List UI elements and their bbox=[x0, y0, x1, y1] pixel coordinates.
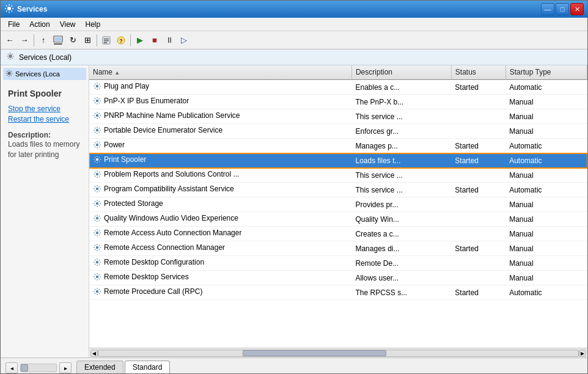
cell-description: This service ... bbox=[351, 183, 451, 197]
cell-name: Problem Reports and Solutions Control ..… bbox=[89, 168, 351, 183]
svg-point-15 bbox=[96, 129, 98, 131]
menu-help[interactable]: Help bbox=[81, 19, 106, 30]
cell-startup: Automatic bbox=[505, 285, 587, 300]
tab-extended[interactable]: Extended bbox=[76, 361, 123, 373]
cell-description: The PnP-X b... bbox=[351, 95, 451, 109]
window-icon bbox=[4, 4, 14, 15]
service-table[interactable]: Name ▲ Description Status Startup Type bbox=[89, 65, 587, 348]
cell-startup: Manual bbox=[505, 256, 587, 271]
sidebar-item-icon bbox=[5, 69, 13, 79]
show-hide-button[interactable] bbox=[51, 34, 65, 47]
restart-button[interactable]: ▷ bbox=[177, 34, 191, 47]
cell-status: Started bbox=[451, 241, 505, 256]
forward-button[interactable]: → bbox=[18, 34, 31, 47]
col-header-startup[interactable]: Startup Type bbox=[505, 65, 587, 79]
tab-standard[interactable]: Standard bbox=[125, 361, 171, 373]
table-row[interactable]: Plug and Play Enables a c...StartedAutom… bbox=[89, 79, 587, 95]
minimize-button[interactable]: — bbox=[541, 3, 554, 15]
refresh-button[interactable]: ↻ bbox=[66, 34, 79, 47]
table-row[interactable]: Remote Access Connection Manager Manages… bbox=[89, 241, 587, 256]
title-bar: Services — □ ✕ bbox=[1, 1, 587, 18]
svg-point-12 bbox=[96, 85, 98, 87]
svg-point-22 bbox=[96, 232, 98, 234]
menu-action[interactable]: Action bbox=[24, 19, 54, 30]
cell-status: Started bbox=[451, 79, 505, 95]
cell-name: Program Compatibility Assistant Service bbox=[89, 183, 351, 197]
table-row[interactable]: PNRP Machine Name Publication Service Th… bbox=[89, 109, 587, 124]
stop-button[interactable]: ■ bbox=[148, 34, 161, 47]
svg-point-18 bbox=[96, 173, 98, 175]
title-controls: — □ ✕ bbox=[541, 3, 584, 15]
table-row[interactable]: Protected Storage Provides pr...Manual bbox=[89, 197, 587, 212]
export-button[interactable]: ⊞ bbox=[81, 34, 94, 47]
horizontal-scrollbar[interactable]: ◂ ▸ bbox=[89, 348, 587, 358]
close-button[interactable]: ✕ bbox=[570, 3, 584, 15]
table-row[interactable]: PnP-X IP Bus Enumerator The PnP-X b...Ma… bbox=[89, 95, 587, 109]
menu-view[interactable]: View bbox=[55, 19, 81, 30]
nav-left-btn[interactable]: ◂ bbox=[6, 362, 18, 373]
nav-controls: ◂ ▸ bbox=[6, 362, 72, 373]
cell-startup: Manual bbox=[505, 241, 587, 256]
svg-point-23 bbox=[96, 246, 98, 249]
toolbar-separator-1 bbox=[34, 34, 34, 46]
cell-startup: Automatic bbox=[505, 79, 587, 95]
maximize-button[interactable]: □ bbox=[556, 3, 569, 15]
table-row[interactable]: Power Manages p...StartedAutomatic bbox=[89, 139, 587, 153]
h-scroll-track[interactable] bbox=[98, 350, 579, 357]
up-button[interactable]: ↑ bbox=[37, 34, 50, 47]
address-icon bbox=[6, 51, 15, 63]
nav-right-btn[interactable]: ▸ bbox=[59, 362, 72, 373]
col-header-name[interactable]: Name ▲ bbox=[89, 65, 351, 79]
svg-point-0 bbox=[7, 7, 11, 10]
table-row[interactable]: Quality Windows Audio Video Experience Q… bbox=[89, 212, 587, 227]
table-row[interactable]: Remote Procedure Call (RPC) The RPCSS s.… bbox=[89, 285, 587, 300]
col-header-status[interactable]: Status bbox=[451, 65, 505, 79]
table-row[interactable]: Print Spooler Loads files t...StartedAut… bbox=[89, 153, 587, 168]
cell-description: Provides pr... bbox=[351, 197, 451, 212]
cell-status bbox=[451, 168, 505, 183]
h-scroll-thumb[interactable] bbox=[243, 350, 387, 356]
svg-point-20 bbox=[96, 202, 98, 205]
sidebar-tree: Services (Loca bbox=[1, 65, 89, 82]
svg-point-11 bbox=[8, 72, 11, 75]
back-button[interactable]: ← bbox=[3, 34, 17, 47]
address-bar: Services (Local) bbox=[1, 50, 587, 65]
table-row[interactable]: Problem Reports and Solutions Control ..… bbox=[89, 168, 587, 183]
cell-description: This service ... bbox=[351, 168, 451, 183]
menu-file[interactable]: File bbox=[3, 19, 24, 30]
help-button[interactable]: ? bbox=[114, 34, 128, 47]
svg-point-24 bbox=[96, 261, 98, 263]
pause-button[interactable]: ⏸ bbox=[163, 34, 176, 47]
cell-name: Plug and Play bbox=[89, 79, 351, 95]
table-row[interactable]: Portable Device Enumerator Service Enfor… bbox=[89, 124, 587, 139]
table-row[interactable]: Remote Desktop Services Allows user...Ma… bbox=[89, 271, 587, 285]
h-scroll-right-btn[interactable]: ▸ bbox=[579, 350, 586, 357]
svg-rect-3 bbox=[54, 43, 62, 45]
nav-scroll-track[interactable] bbox=[20, 364, 57, 372]
cell-description: This service ... bbox=[351, 109, 451, 124]
cell-status bbox=[451, 271, 505, 285]
toolbar: ← → ↑ ↻ ⊞ ? ▶ bbox=[1, 31, 587, 50]
sidebar-item-services-local[interactable]: Services (Loca bbox=[3, 68, 86, 80]
cell-status bbox=[451, 124, 505, 139]
table-row[interactable]: Program Compatibility Assistant Service … bbox=[89, 183, 587, 197]
h-scroll-left-btn[interactable]: ◂ bbox=[90, 350, 98, 357]
table-row[interactable]: Remote Access Auto Connection Manager Cr… bbox=[89, 227, 587, 241]
cell-startup: Manual bbox=[505, 109, 587, 124]
properties-button[interactable] bbox=[100, 34, 113, 47]
cell-startup: Manual bbox=[505, 124, 587, 139]
play-button[interactable]: ▶ bbox=[133, 34, 147, 47]
cell-description: The RPCSS s... bbox=[351, 285, 451, 300]
table-row[interactable]: Remote Desktop Configuration Remote De..… bbox=[89, 256, 587, 271]
cell-status bbox=[451, 109, 505, 124]
cell-name: Remote Access Auto Connection Manager bbox=[89, 227, 351, 241]
cell-name: Remote Desktop Services bbox=[89, 271, 351, 285]
cell-startup: Manual bbox=[505, 227, 587, 241]
col-header-description[interactable]: Description bbox=[351, 65, 451, 79]
svg-rect-7 bbox=[104, 42, 107, 43]
stop-service-link[interactable]: Stop the service bbox=[8, 105, 81, 113]
svg-point-21 bbox=[96, 217, 98, 219]
main-content: Services (Local) Services (Loca bbox=[1, 50, 587, 373]
svg-point-25 bbox=[96, 276, 98, 278]
restart-service-link[interactable]: Restart the service bbox=[8, 115, 81, 123]
